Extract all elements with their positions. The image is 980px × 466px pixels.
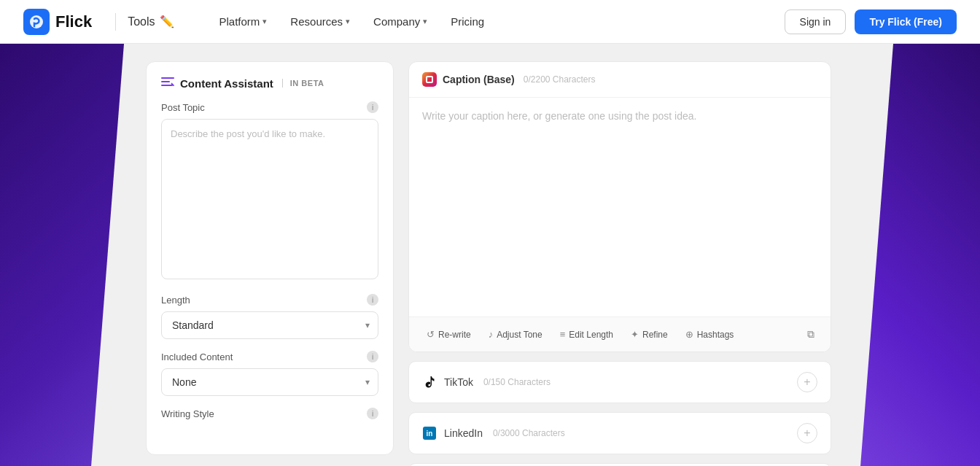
writing-style-section: Writing Style i	[161, 408, 378, 419]
rewrite-button[interactable]: ↺ Re-write	[419, 325, 478, 343]
nav-pricing[interactable]: Pricing	[440, 9, 494, 34]
nav-links: Platform ▾ Resources ▾ Company ▾ Pricing	[209, 9, 785, 34]
caption-title: Caption (Base)	[443, 74, 515, 85]
nav-resources[interactable]: Resources ▾	[280, 9, 360, 34]
length-select[interactable]: Standard Short Long	[161, 311, 378, 339]
refine-button[interactable]: ✦ Refine	[623, 325, 675, 343]
adjust-tone-icon: ♪	[489, 329, 494, 340]
try-button[interactable]: Try Flick (Free)	[855, 9, 957, 34]
logo[interactable]: Flick	[23, 9, 92, 35]
signin-button[interactable]: Sign in	[785, 9, 847, 34]
caption-card: Caption (Base) 0/2200 Characters Write y…	[408, 61, 831, 352]
svg-point-0	[30, 15, 43, 28]
beta-badge: IN BETA	[282, 79, 324, 88]
length-info-icon[interactable]: i	[367, 294, 378, 306]
post-topic-input[interactable]	[161, 119, 378, 279]
copy-button[interactable]: ⧉	[801, 325, 820, 344]
chevron-down-icon: ▾	[423, 17, 427, 26]
tools-icon: ✏️	[160, 15, 174, 28]
length-select-wrapper: Standard Short Long ▾	[161, 311, 378, 339]
instagram-icon	[422, 72, 437, 87]
included-content-section: Included Content i None Hashtags Emojis …	[161, 351, 378, 396]
included-content-select[interactable]: None Hashtags Emojis	[161, 368, 378, 396]
caption-placeholder: Write your caption here, or generate one…	[422, 110, 696, 122]
left-panel: Content Assistant IN BETA Post Topic i L…	[146, 61, 394, 455]
nav-divider	[115, 13, 116, 31]
included-content-select-wrapper: None Hashtags Emojis ▾	[161, 368, 378, 396]
length-section: Length i Standard Short Long ▾	[161, 294, 378, 339]
page-content: Content Assistant IN BETA Post Topic i L…	[0, 44, 980, 466]
post-topic-info-icon[interactable]: i	[367, 101, 378, 113]
rewrite-icon: ↺	[427, 329, 435, 340]
nav-company[interactable]: Company ▾	[363, 9, 438, 34]
linkedin-chars: 0/3000 Characters	[493, 428, 565, 438]
caption-toolbar: ↺ Re-write ♪ Adjust Tone ≡ Edit Length ✦…	[409, 317, 831, 352]
tiktok-row: TikTok 0/150 Characters +	[408, 361, 831, 403]
linkedin-icon: in	[422, 426, 437, 440]
chevron-down-icon: ▾	[346, 17, 350, 26]
main-area: Content Assistant IN BETA Post Topic i L…	[0, 44, 980, 466]
hashtags-icon: ⊕	[685, 329, 693, 340]
tiktok-icon	[422, 375, 437, 389]
included-content-info-icon[interactable]: i	[367, 351, 378, 362]
post-topic-label: Post Topic i	[161, 101, 378, 113]
nav-actions: Sign in Try Flick (Free)	[785, 9, 957, 34]
nav-platform[interactable]: Platform ▾	[209, 9, 278, 34]
linkedin-row: in LinkedIn 0/3000 Characters +	[408, 412, 831, 454]
hashtags-button[interactable]: ⊕ Hashtags	[678, 325, 742, 343]
facebook-row: f Facebook 0/500 Characters +	[408, 463, 831, 466]
tiktok-chars: 0/150 Characters	[483, 377, 551, 387]
chevron-down-icon: ▾	[262, 17, 267, 26]
nav-tools: Tools ✏️	[128, 15, 174, 28]
adjust-tone-button[interactable]: ♪ Adjust Tone	[481, 325, 550, 343]
right-panel: Caption (Base) 0/2200 Characters Write y…	[408, 61, 962, 466]
caption-char-count: 0/2200 Characters	[524, 74, 596, 85]
edit-length-button[interactable]: ≡ Edit Length	[553, 325, 621, 343]
logo-icon	[23, 9, 50, 35]
navbar: Flick Tools ✏️ Platform ▾ Resources ▾ Co…	[0, 0, 980, 44]
writing-style-info-icon[interactable]: i	[367, 408, 378, 419]
caption-header: Caption (Base) 0/2200 Characters	[409, 62, 831, 98]
panel-header: Content Assistant IN BETA	[161, 77, 378, 90]
included-content-label: Included Content i	[161, 351, 378, 362]
logo-text: Flick	[55, 12, 92, 31]
caption-body[interactable]: Write your caption here, or generate one…	[409, 98, 831, 317]
tools-label: Tools	[128, 15, 155, 28]
linkedin-name: LinkedIn	[444, 427, 483, 439]
tiktok-add-button[interactable]: +	[797, 372, 817, 392]
tiktok-name: TikTok	[444, 376, 473, 388]
refine-icon: ✦	[631, 329, 639, 340]
length-label: Length i	[161, 294, 378, 306]
edit-length-icon: ≡	[560, 329, 566, 340]
writing-style-label: Writing Style i	[161, 408, 378, 419]
panel-title: Content Assistant	[180, 77, 273, 90]
linkedin-add-button[interactable]: +	[797, 423, 817, 443]
content-assistant-icon	[161, 77, 174, 90]
